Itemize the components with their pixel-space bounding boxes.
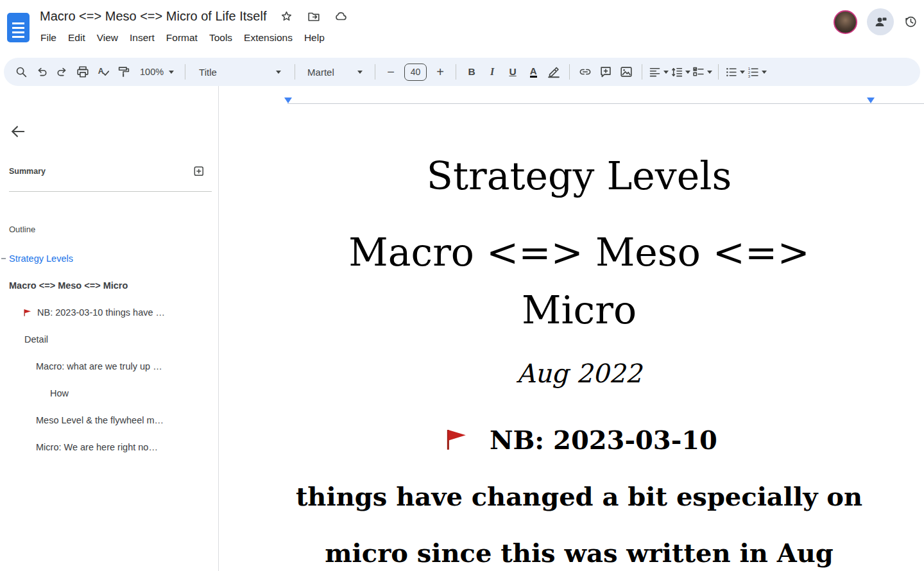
link-icon	[578, 65, 592, 79]
chevron-down-icon	[169, 71, 174, 74]
chevron-down-icon	[762, 71, 767, 74]
increase-font-size-button[interactable]: +	[431, 62, 450, 81]
menu-file[interactable]: File	[35, 30, 62, 46]
doc-title-heading: Strategy Levels	[287, 150, 871, 202]
paragraph-style-select[interactable]: Title	[191, 62, 289, 81]
header-right	[834, 8, 918, 35]
outline-item-detail[interactable]: Detail	[0, 326, 218, 353]
document-area[interactable]: Strategy Levels Macro <=> Meso <=> Micro…	[219, 86, 924, 571]
docs-logo-icon[interactable]	[7, 13, 30, 42]
summary-label: Summary	[9, 167, 46, 176]
style-value: Title	[199, 67, 217, 78]
svg-text:3: 3	[748, 73, 751, 78]
insert-image-button[interactable]	[617, 62, 636, 81]
doc-date-line: Aug 2022	[287, 354, 871, 393]
search-icon	[14, 65, 28, 79]
document-title[interactable]: Macro <=> Meso <=> Micro of Life Itself	[40, 9, 267, 24]
flag-icon	[441, 427, 470, 452]
spellcheck-icon: A	[96, 65, 110, 79]
menu-edit[interactable]: Edit	[62, 30, 91, 46]
font-value: Martel	[307, 67, 334, 78]
chevron-down-icon	[740, 71, 745, 74]
menu-help[interactable]: Help	[298, 30, 330, 46]
numbered-list-button[interactable]: 123	[746, 62, 767, 81]
close-outline-button[interactable]	[9, 123, 27, 141]
decrease-font-size-button[interactable]: −	[381, 62, 400, 81]
star-icon[interactable]	[280, 10, 294, 24]
align-button[interactable]	[648, 62, 669, 81]
toolbar-divider	[185, 64, 185, 80]
header: Macro <=> Meso <=> Micro of Life Itself …	[0, 0, 924, 58]
document-page[interactable]: Strategy Levels Macro <=> Meso <=> Micro…	[287, 86, 871, 571]
person-icon	[873, 14, 888, 30]
user-avatar[interactable]	[834, 10, 857, 34]
chevron-down-icon	[707, 71, 712, 74]
insert-link-button[interactable]	[576, 62, 595, 81]
doc-nb-paragraph: NB: 2023-03-10 things have changed a bit…	[287, 412, 871, 571]
undo-icon	[35, 65, 49, 79]
spellcheck-button[interactable]: A	[94, 62, 113, 81]
font-size-input[interactable]: 40	[404, 64, 427, 81]
toolbar-divider	[642, 64, 642, 80]
bold-button[interactable]: B	[462, 62, 481, 81]
outline-item-meso[interactable]: Meso Level & the flywheel m…	[0, 407, 218, 434]
toolbar-divider	[295, 64, 295, 80]
redo-button[interactable]	[53, 62, 72, 81]
checklist-button[interactable]	[692, 62, 712, 81]
menu-format[interactable]: Format	[160, 30, 203, 46]
outline-item-micro[interactable]: Micro: We are here right no…	[0, 434, 218, 461]
undo-button[interactable]	[32, 62, 51, 81]
highlight-color-button[interactable]	[544, 62, 563, 81]
title-row: Macro <=> Meso <=> Micro of Life Itself	[40, 9, 348, 24]
menu-tools[interactable]: Tools	[203, 30, 238, 46]
outline-item-macro-meso-micro[interactable]: Macro <=> Meso <=> Micro	[0, 272, 218, 299]
line-spacing-icon	[670, 65, 683, 79]
outline-label: Outline	[9, 225, 218, 234]
comment-add-icon	[599, 65, 613, 79]
bulleted-list-button[interactable]	[724, 62, 745, 81]
numbered-list-icon: 123	[746, 65, 760, 79]
outline-sidebar: Summary Outline Strategy Levels Macro <=…	[0, 86, 219, 571]
font-select[interactable]: Martel	[301, 62, 369, 81]
account-switch-button[interactable]	[867, 8, 894, 35]
search-button[interactable]	[12, 62, 31, 81]
paint-format-button[interactable]	[114, 62, 133, 81]
doc-nb-line: NB: 2023-03-10	[287, 412, 871, 468]
add-comment-button[interactable]	[596, 62, 615, 81]
toolbar-divider	[456, 64, 456, 80]
menu-view[interactable]: View	[91, 30, 124, 46]
outline-item-strategy-levels[interactable]: Strategy Levels	[0, 245, 218, 272]
summary-section: Summary	[0, 164, 218, 179]
outline-item-macro[interactable]: Macro: what are we truly up …	[0, 353, 218, 380]
redo-icon	[55, 65, 69, 79]
text-color-button[interactable]: A	[524, 62, 543, 81]
toolbar: A 100% Title Martel − 40 + B I U A	[4, 58, 920, 86]
toolbar-divider	[569, 64, 570, 80]
cloud-status-icon[interactable]	[334, 10, 348, 24]
zoom-value: 100%	[140, 67, 164, 77]
outline-item-nb[interactable]: NB: 2023-03-10 things have …	[0, 299, 218, 326]
italic-button[interactable]: I	[483, 62, 502, 81]
line-spacing-button[interactable]	[670, 62, 690, 81]
print-button[interactable]	[73, 62, 92, 81]
active-dash-icon	[1, 258, 6, 259]
version-history-icon[interactable]	[903, 15, 918, 29]
checklist-icon	[692, 65, 705, 79]
google-docs-app: Macro <=> Meso <=> Micro of Life Itself …	[0, 0, 924, 571]
chevron-down-icon	[357, 71, 363, 74]
highlighter-icon	[547, 65, 561, 79]
paint-format-icon	[117, 65, 131, 79]
text-color-icon: A	[530, 66, 537, 78]
outline-item-how[interactable]: How	[0, 380, 218, 407]
chevron-down-icon	[276, 71, 281, 74]
toolbar-divider	[375, 64, 375, 80]
underline-button[interactable]: U	[503, 62, 522, 81]
add-summary-icon[interactable]	[193, 165, 205, 178]
zoom-select[interactable]: 100%	[135, 62, 179, 81]
menu-insert[interactable]: Insert	[124, 30, 160, 46]
move-folder-icon[interactable]	[307, 10, 321, 24]
print-icon	[76, 65, 90, 79]
sidebar-divider	[9, 191, 212, 192]
chevron-down-icon	[663, 71, 669, 74]
menu-extensions[interactable]: Extensions	[238, 30, 298, 46]
